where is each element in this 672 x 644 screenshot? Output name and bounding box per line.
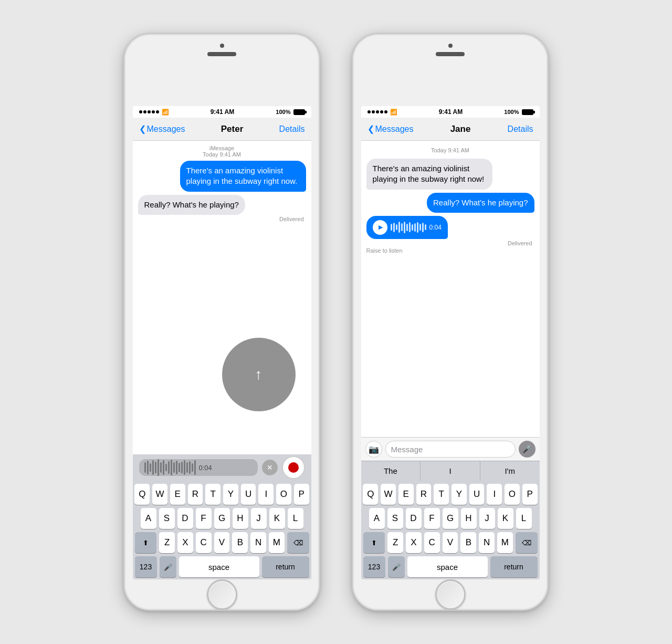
key-return-jane[interactable]: return bbox=[490, 556, 538, 577]
key-b-peter[interactable]: B bbox=[232, 532, 248, 553]
key-l-peter[interactable]: L bbox=[288, 508, 303, 529]
key-shift-jane[interactable]: ⬆ bbox=[363, 532, 385, 553]
today-header-jane: Today 9:41 AM bbox=[366, 145, 534, 155]
key-c-jane[interactable]: C bbox=[424, 532, 440, 553]
key-h-peter[interactable]: H bbox=[233, 508, 248, 529]
nav-back-jane[interactable]: ❮ Messages bbox=[368, 124, 414, 134]
mic-btn-jane[interactable]: 🎤 bbox=[519, 441, 536, 458]
nav-detail-peter[interactable]: Details bbox=[279, 124, 305, 134]
key-z-jane[interactable]: Z bbox=[387, 532, 403, 553]
predictive-the-jane[interactable]: The bbox=[361, 461, 421, 481]
signal-jane bbox=[368, 110, 387, 113]
key-f-peter[interactable]: F bbox=[196, 508, 212, 529]
key-q-peter[interactable]: Q bbox=[134, 484, 150, 505]
nav-back-label-peter[interactable]: Messages bbox=[147, 124, 185, 134]
key-b-jane[interactable]: B bbox=[460, 532, 476, 553]
key-row-3-jane: ⬆ Z X C V B N M ⌫ bbox=[363, 532, 538, 553]
raise-to-listen-jane: Raise to listen bbox=[366, 247, 403, 254]
predictive-im-jane[interactable]: I'm bbox=[480, 461, 540, 481]
phones-container: 📶 9:41 AM 100% ❮ Messages Peter Details bbox=[123, 33, 549, 611]
key-mic-peter[interactable]: 🎤 bbox=[160, 556, 176, 577]
key-o-peter[interactable]: O bbox=[276, 484, 291, 505]
key-x-peter[interactable]: X bbox=[177, 532, 193, 553]
key-row-3-peter: ⬆ Z X C V B N M ⌫ bbox=[135, 532, 309, 553]
key-123-peter[interactable]: 123 bbox=[135, 556, 157, 577]
nav-back-peter[interactable]: ❮ Messages bbox=[139, 124, 185, 134]
message-row-sent-peter: There's an amazing violinist playing in … bbox=[138, 161, 306, 192]
key-q-jane[interactable]: Q bbox=[363, 484, 378, 505]
key-u-peter[interactable]: U bbox=[241, 484, 256, 505]
status-bar-jane: 📶 9:41 AM 100% bbox=[361, 106, 540, 118]
home-button-jane[interactable] bbox=[435, 579, 466, 610]
key-r-jane[interactable]: R bbox=[416, 484, 432, 505]
key-p-peter[interactable]: P bbox=[294, 484, 309, 505]
audio-message-row-jane: 0:04 Delivered Raise to listen bbox=[366, 216, 534, 254]
key-j-jane[interactable]: J bbox=[479, 508, 495, 529]
key-u-jane[interactable]: U bbox=[469, 484, 485, 505]
key-v-peter[interactable]: V bbox=[214, 532, 230, 553]
cancel-recording-peter[interactable]: ✕ bbox=[262, 460, 278, 475]
key-z-peter[interactable]: Z bbox=[159, 532, 175, 553]
key-e-jane[interactable]: E bbox=[398, 484, 414, 505]
nav-back-label-jane[interactable]: Messages bbox=[375, 124, 414, 134]
key-a-jane[interactable]: A bbox=[369, 508, 385, 529]
iphone-top-peter bbox=[207, 34, 236, 56]
key-r-peter[interactable]: R bbox=[188, 484, 203, 505]
key-backspace-peter[interactable]: ⌫ bbox=[287, 532, 309, 553]
status-time-jane: 9:41 AM bbox=[439, 108, 463, 116]
key-v-jane[interactable]: V bbox=[443, 532, 458, 553]
key-e-peter[interactable]: E bbox=[170, 484, 185, 505]
key-s-peter[interactable]: S bbox=[159, 508, 175, 529]
camera-btn-jane[interactable]: 📷 bbox=[365, 441, 382, 458]
key-n-peter[interactable]: N bbox=[250, 532, 266, 553]
key-t-peter[interactable]: T bbox=[205, 484, 220, 505]
audio-waveform-jane bbox=[391, 222, 426, 233]
key-k-jane[interactable]: K bbox=[498, 508, 513, 529]
key-shift-peter[interactable]: ⬆ bbox=[135, 532, 157, 553]
key-g-jane[interactable]: G bbox=[443, 508, 458, 529]
wifi-icon-peter: 📶 bbox=[162, 109, 169, 116]
predictive-bar-jane: The I I'm bbox=[361, 461, 540, 481]
home-button-peter[interactable] bbox=[207, 579, 237, 610]
key-t-jane[interactable]: T bbox=[434, 484, 449, 505]
speaker-peter bbox=[207, 52, 236, 56]
key-i-jane[interactable]: I bbox=[487, 484, 502, 505]
key-m-jane[interactable]: M bbox=[497, 532, 513, 553]
key-space-peter[interactable]: space bbox=[179, 556, 259, 577]
send-recording-peter[interactable] bbox=[282, 456, 305, 479]
iphone-bottom-jane bbox=[435, 579, 466, 610]
key-123-jane[interactable]: 123 bbox=[363, 556, 385, 577]
key-k-peter[interactable]: K bbox=[269, 508, 285, 529]
key-l-jane[interactable]: L bbox=[516, 508, 532, 529]
key-d-peter[interactable]: D bbox=[177, 508, 193, 529]
key-d-jane[interactable]: D bbox=[406, 508, 422, 529]
camera-dot-peter bbox=[220, 44, 224, 48]
key-return-peter[interactable]: return bbox=[262, 556, 309, 577]
key-p-jane[interactable]: P bbox=[522, 484, 538, 505]
key-w-jane[interactable]: W bbox=[381, 484, 396, 505]
key-h-jane[interactable]: H bbox=[461, 508, 477, 529]
signal-peter bbox=[139, 110, 159, 113]
key-x-jane[interactable]: X bbox=[406, 532, 422, 553]
key-m-peter[interactable]: M bbox=[269, 532, 285, 553]
key-n-jane[interactable]: N bbox=[479, 532, 495, 553]
key-i-peter[interactable]: I bbox=[258, 484, 274, 505]
key-backspace-jane[interactable]: ⌫ bbox=[516, 532, 538, 553]
key-w-peter[interactable]: W bbox=[152, 484, 167, 505]
key-space-jane[interactable]: space bbox=[407, 556, 488, 577]
audio-play-btn-jane[interactable] bbox=[373, 220, 387, 235]
battery-icon-peter bbox=[293, 109, 305, 115]
key-g-peter[interactable]: G bbox=[214, 508, 230, 529]
key-s-jane[interactable]: S bbox=[387, 508, 403, 529]
key-mic-jane[interactable]: 🎤 bbox=[388, 556, 405, 577]
key-c-peter[interactable]: C bbox=[196, 532, 212, 553]
key-j-peter[interactable]: J bbox=[251, 508, 267, 529]
key-y-jane[interactable]: Y bbox=[452, 484, 467, 505]
predictive-i-jane[interactable]: I bbox=[421, 461, 480, 481]
message-field-jane[interactable]: Message bbox=[385, 441, 516, 458]
key-a-peter[interactable]: A bbox=[141, 508, 156, 529]
nav-detail-jane[interactable]: Details bbox=[508, 124, 533, 134]
key-y-peter[interactable]: Y bbox=[223, 484, 238, 505]
key-f-jane[interactable]: F bbox=[424, 508, 440, 529]
key-o-jane[interactable]: O bbox=[505, 484, 520, 505]
